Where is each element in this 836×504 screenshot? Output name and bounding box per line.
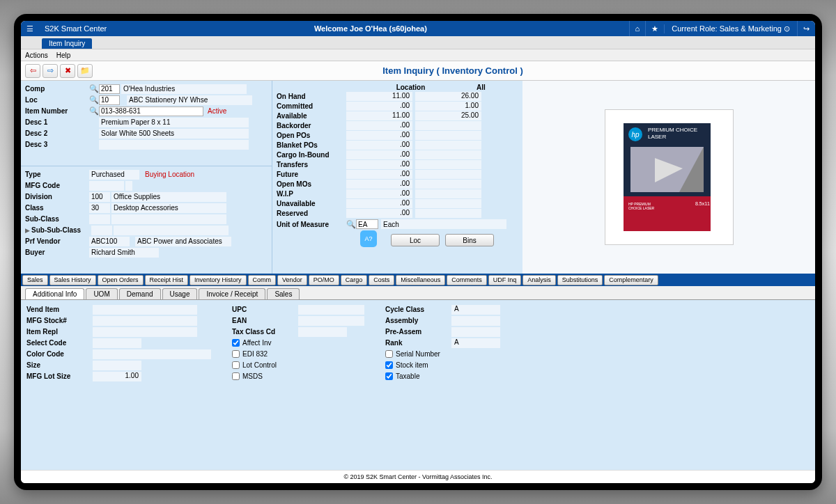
- inv-loc-value: 11.00: [346, 111, 412, 120]
- inv-loc-value: .00: [346, 131, 412, 140]
- inv-loc-value: .00: [346, 189, 412, 198]
- tab-comments[interactable]: Comments: [447, 275, 487, 285]
- inv-label: Committed: [277, 102, 346, 110]
- inv-loc-value: .00: [346, 180, 412, 189]
- item-number-input[interactable]: [99, 107, 203, 116]
- product-image: hp PREMIUM CHOICE LASER HP PREMIUM CHOIC…: [605, 109, 734, 245]
- tab-substitutions[interactable]: Substitutions: [557, 275, 603, 285]
- class-label: Class: [25, 204, 89, 212]
- item-search-icon[interactable]: 🔍: [89, 107, 99, 116]
- tab-sales-history[interactable]: Sales History: [49, 275, 96, 285]
- cycleclass-value: A: [451, 305, 500, 315]
- svg-text:CHOICE LASER: CHOICE LASER: [628, 206, 655, 210]
- page-title: Item Inquiry ( Inventory Control ): [95, 65, 811, 76]
- forward-button[interactable]: ⇨: [42, 64, 58, 78]
- rank-value: A: [451, 338, 500, 348]
- loc-button[interactable]: Loc: [391, 234, 440, 246]
- menu-help[interactable]: Help: [56, 52, 71, 59]
- desc3-label: Desc 3: [25, 141, 89, 148]
- tab-item-inquiry[interactable]: Item Inquiry: [42, 38, 92, 49]
- mfglotsize-value: 1.00: [93, 372, 141, 381]
- inv-all-value: [415, 150, 481, 159]
- desc1-label: Desc 1: [25, 118, 89, 126]
- subtab-invoice-/-receipt[interactable]: Invoice / Receipt: [199, 288, 265, 299]
- bins-button[interactable]: Bins: [445, 234, 494, 246]
- subtab-additional-info[interactable]: Additional Info: [25, 288, 84, 299]
- colorcode-label: Color Code: [26, 350, 93, 358]
- loc-label: Loc: [25, 96, 89, 104]
- tab-open-orders[interactable]: Open Orders: [98, 275, 144, 285]
- buyer-value: Richard Smith: [89, 248, 159, 258]
- edi832-checkbox[interactable]: [232, 350, 240, 358]
- loc-search-icon[interactable]: 🔍: [89, 95, 99, 104]
- inv-all-value: [415, 141, 481, 150]
- inv-label: Open MOs: [277, 180, 346, 188]
- role-selector[interactable]: Current Role: Sales & Marketing ⊙: [664, 24, 797, 33]
- tab-analysis[interactable]: Analysis: [522, 275, 556, 285]
- back-button[interactable]: ⇦: [25, 64, 40, 78]
- tab-receipt-hist[interactable]: Receipt Hist: [145, 275, 189, 285]
- uom-search-icon[interactable]: 🔍: [346, 220, 356, 229]
- loc-code-input[interactable]: [99, 95, 120, 105]
- menu-actions[interactable]: Actions: [25, 52, 48, 59]
- tab-vendor[interactable]: Vendor: [277, 275, 307, 285]
- home-icon[interactable]: ⌂: [629, 21, 646, 36]
- buying-location-note: Buying Location: [145, 171, 194, 178]
- subclass-label: Sub-Class: [25, 215, 89, 223]
- subtab-uom[interactable]: UOM: [86, 288, 117, 299]
- preassem-label: Pre-Assem: [385, 328, 451, 336]
- cancel-button[interactable]: ✖: [60, 64, 75, 78]
- inv-loc-value: .00: [346, 199, 412, 208]
- uom-label: Unit of Measure: [277, 221, 346, 228]
- favorite-icon[interactable]: ★: [645, 21, 664, 36]
- subsubclass-label: Sub-Sub-Class: [31, 226, 91, 234]
- inv-loc-value: .00: [346, 150, 412, 159]
- top-bar: ☰ S2K Smart Center Welcome Joe O'Hea (s6…: [21, 21, 815, 36]
- folder-button[interactable]: 📁: [77, 64, 93, 78]
- taxable-checkbox[interactable]: [385, 372, 393, 380]
- col-location: Location: [378, 84, 444, 91]
- inv-loc-value: .00: [346, 160, 412, 169]
- tab-complementary[interactable]: Complementary: [604, 275, 658, 285]
- serialnumber-checkbox[interactable]: [385, 350, 393, 358]
- stockitem-checkbox[interactable]: [385, 361, 393, 369]
- inv-label: On Hand: [277, 93, 346, 100]
- selectcode-label: Select Code: [26, 339, 93, 347]
- app-icon[interactable]: A?: [360, 230, 377, 247]
- lotcontrol-checkbox[interactable]: [232, 361, 240, 369]
- tab-po/mo[interactable]: PO/MO: [309, 275, 339, 285]
- tab-comm[interactable]: Comm: [248, 275, 277, 285]
- inv-loc-value: .00: [346, 170, 412, 179]
- msds-checkbox[interactable]: [232, 372, 240, 380]
- logout-icon[interactable]: ↪: [797, 21, 815, 36]
- affectinv-checkbox[interactable]: [232, 339, 240, 347]
- inv-label: Open POs: [277, 132, 346, 139]
- tab-miscellaneous[interactable]: Miscellaneous: [396, 275, 445, 285]
- class-name: Desktop Accessories: [111, 203, 226, 213]
- tab-costs[interactable]: Costs: [369, 275, 394, 285]
- subtab-sales[interactable]: Sales: [267, 288, 300, 299]
- inv-all-value: [415, 189, 481, 198]
- mfglotsize-label: MFG Lot Size: [26, 372, 93, 380]
- subtab-demand[interactable]: Demand: [119, 288, 161, 299]
- cycleclass-label: Cycle Class: [385, 306, 451, 313]
- svg-text:PREMIUM CHOICE: PREMIUM CHOICE: [648, 127, 697, 133]
- comp-code-input[interactable]: [99, 84, 120, 94]
- tab-sales[interactable]: Sales: [22, 275, 48, 285]
- inv-all-value: [415, 131, 481, 140]
- comp-search-icon[interactable]: 🔍: [89, 84, 99, 93]
- tab-inventory-history[interactable]: Inventory History: [189, 275, 247, 285]
- inv-loc-value: .00: [346, 209, 412, 218]
- subtab-usage[interactable]: Usage: [162, 288, 198, 299]
- venditem-label: Vend Item: [26, 306, 93, 313]
- comp-label: Comp: [25, 85, 89, 93]
- uom-code-input[interactable]: [356, 219, 378, 229]
- window-tab-row: Item Inquiry: [21, 36, 815, 49]
- inv-label: Backorder: [277, 122, 346, 129]
- tab-cargo[interactable]: Cargo: [341, 275, 368, 285]
- expand-icon[interactable]: ▶: [25, 227, 30, 234]
- upc-label: UPC: [232, 306, 298, 313]
- tab-udf-inq[interactable]: UDF Inq: [488, 275, 522, 285]
- hamburger-menu-icon[interactable]: ☰: [21, 24, 39, 33]
- buyer-label: Buyer: [25, 249, 89, 256]
